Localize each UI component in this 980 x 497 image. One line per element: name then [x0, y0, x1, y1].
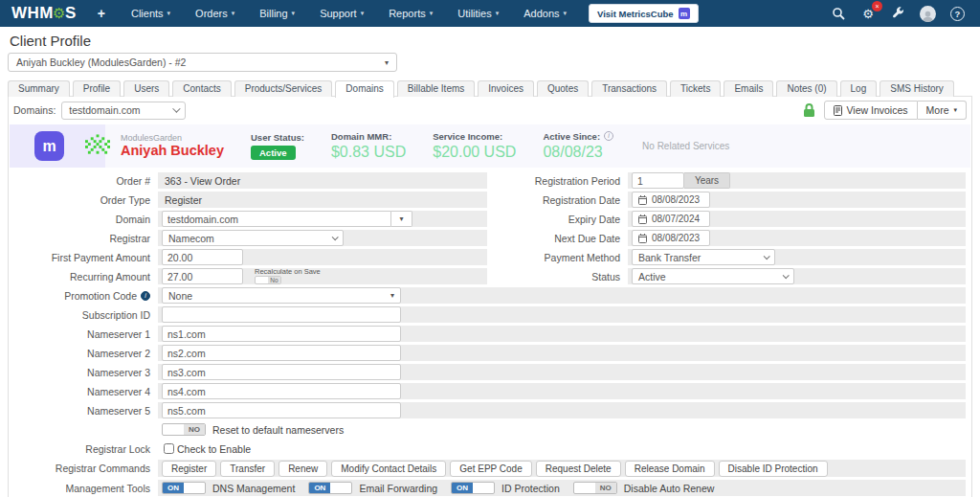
- invoice-icon: [834, 105, 842, 116]
- subscription-id-row: Subscription ID: [14, 306, 966, 323]
- recurring-amount-input[interactable]: [162, 268, 243, 284]
- get-epp-code-button[interactable]: Get EPP Code: [450, 461, 531, 477]
- tab-emails[interactable]: Emails: [724, 80, 773, 97]
- domain-input[interactable]: [162, 211, 391, 227]
- recurring-amount-row: Recurring Amount Recalculate on Save No: [14, 268, 487, 284]
- registrar-select[interactable]: Namecom: [162, 230, 344, 246]
- wrench-icon[interactable]: [890, 6, 905, 21]
- order-number-row: Order # 363 - View Order: [14, 172, 487, 189]
- disable-auto-renew-toggle[interactable]: NO: [573, 482, 617, 494]
- tab-domains[interactable]: Domains: [335, 80, 393, 98]
- next-due-date-row: Next Due Date 08/08/2023: [491, 230, 966, 246]
- avatar[interactable]: [920, 6, 936, 22]
- payment-method-select[interactable]: Bank Transfer: [632, 249, 775, 265]
- expiry-date-input[interactable]: 08/07/2024: [632, 211, 710, 227]
- registration-date-row: Registration Date 08/08/2023: [491, 192, 966, 208]
- tab-invoices[interactable]: Invoices: [478, 80, 534, 97]
- registrar-row: Registrar Namecom: [14, 230, 487, 246]
- caret-down-icon: ▾: [430, 10, 434, 17]
- caret-down-icon: ▾: [564, 10, 568, 17]
- next-due-date-input[interactable]: 08/08/2023: [632, 230, 710, 246]
- chevron-down-icon: [764, 253, 770, 260]
- menu-clients[interactable]: Clients▾: [119, 0, 183, 27]
- tab-tickets[interactable]: Tickets: [670, 80, 721, 97]
- menu-support[interactable]: Support▾: [307, 0, 376, 27]
- order-link[interactable]: 363 - View Order: [162, 175, 240, 187]
- menu-billing[interactable]: Billing▾: [247, 0, 307, 27]
- domain-row: Domain ▾: [14, 211, 487, 227]
- tab-sms-history[interactable]: SMS History: [880, 80, 954, 97]
- nameserver-4-input[interactable]: [162, 383, 401, 399]
- payment-method-row: Payment Method Bank Transfer: [491, 249, 966, 265]
- first-payment-input[interactable]: [162, 249, 243, 265]
- subscription-id-input[interactable]: [162, 306, 401, 323]
- modify-contact-details-button[interactable]: Modify Contact Details: [331, 461, 446, 477]
- quick-add-button[interactable]: +: [98, 6, 105, 21]
- nameserver-2-input[interactable]: [162, 345, 401, 361]
- registrar-lock-checkbox[interactable]: [164, 443, 174, 454]
- nameserver-3-input[interactable]: [162, 364, 401, 380]
- request-delete-button[interactable]: Request Delete: [536, 461, 621, 477]
- domain-select[interactable]: testdomain.com: [61, 102, 186, 120]
- more-button[interactable]: More ▾: [918, 101, 967, 120]
- help-icon[interactable]: ?: [950, 7, 965, 21]
- view-invoices-button[interactable]: View Invoices: [824, 101, 918, 120]
- tab-log[interactable]: Log: [840, 80, 878, 97]
- domain-dropdown-button[interactable]: ▾: [391, 211, 412, 227]
- menu-utilities[interactable]: Utilities▾: [445, 0, 511, 27]
- first-payment-row: First Payment Amount: [14, 249, 487, 265]
- tab-users[interactable]: Users: [123, 80, 169, 97]
- registration-period-input[interactable]: [632, 172, 684, 189]
- expiry-date-row: Expiry Date 08/07/2024: [491, 211, 966, 227]
- automation-status-icon[interactable]: ⚙ ×: [860, 6, 876, 21]
- notification-badge: ×: [872, 1, 882, 11]
- email-forwarding-toggle[interactable]: ON: [308, 482, 352, 494]
- nameserver-5-input[interactable]: [162, 402, 401, 418]
- renew-button[interactable]: Renew: [278, 461, 327, 477]
- nameserver-1-input[interactable]: [162, 326, 401, 342]
- recalculate-toggle[interactable]: No: [255, 276, 281, 284]
- logo-text: WHM: [11, 4, 54, 23]
- status-select[interactable]: Active: [632, 268, 794, 284]
- nameserver-3-row: Nameserver 3: [14, 364, 966, 380]
- tab-contacts[interactable]: Contacts: [172, 80, 231, 97]
- nameserver-5-row: Nameserver 5: [14, 402, 966, 418]
- tab-notes[interactable]: Notes (0): [776, 80, 836, 97]
- tab-summary[interactable]: Summary: [8, 80, 70, 97]
- menu-orders[interactable]: Orders▾: [183, 0, 247, 27]
- menu-reports[interactable]: Reports▾: [376, 0, 445, 27]
- tab-products-services[interactable]: Products/Services: [234, 80, 333, 97]
- registration-date-input[interactable]: 08/08/2023: [632, 192, 710, 208]
- caret-down-icon: ▾: [953, 106, 957, 114]
- chevron-down-icon: [173, 104, 181, 112]
- search-icon[interactable]: [831, 6, 846, 21]
- register-button[interactable]: Register: [162, 461, 216, 477]
- page-title: Client Profile: [10, 33, 91, 49]
- registrar-lock-status-icon[interactable]: [802, 102, 816, 118]
- client-selector-dropdown[interactable]: Aniyah Buckley (ModulesGarden) - #2 ▾: [8, 53, 397, 72]
- menu-addons[interactable]: Addons▾: [511, 0, 579, 27]
- related-services-text: No Related Services: [642, 141, 729, 151]
- status-row: Status Active: [491, 268, 966, 284]
- whmcs-logo[interactable]: WHM⚙S: [11, 4, 77, 23]
- calendar-icon: [638, 195, 647, 205]
- visit-metricscube-button[interactable]: Visit MetricsCube m: [589, 4, 699, 23]
- reset-nameservers-toggle[interactable]: NO: [162, 423, 206, 436]
- id-protection-toggle[interactable]: ON: [451, 482, 495, 494]
- domain-edit-form: Order # 363 - View Order Order Type Regi…: [9, 172, 971, 496]
- gear-logo-icon: ⚙: [53, 5, 66, 22]
- calendar-icon: [638, 215, 647, 224]
- tab-billable-items[interactable]: Billable Items: [397, 80, 475, 97]
- nameserver-2-row: Nameserver 2: [14, 345, 966, 361]
- promotion-code-select[interactable]: None▾: [162, 287, 401, 304]
- release-domain-button[interactable]: Release Domain: [625, 461, 715, 477]
- client-name[interactable]: Aniyah Buckley: [121, 143, 224, 159]
- tab-profile[interactable]: Profile: [73, 80, 121, 97]
- client-profile-tabs: Summary Profile Users Contacts Products/…: [8, 80, 972, 97]
- tab-transactions[interactable]: Transactions: [591, 80, 667, 97]
- domains-label: Domains:: [13, 104, 56, 116]
- tab-quotes[interactable]: Quotes: [537, 80, 589, 97]
- transfer-button[interactable]: Transfer: [220, 461, 275, 477]
- dns-management-toggle[interactable]: ON: [162, 482, 206, 494]
- disable-id-protection-button[interactable]: Disable ID Protection: [719, 461, 828, 477]
